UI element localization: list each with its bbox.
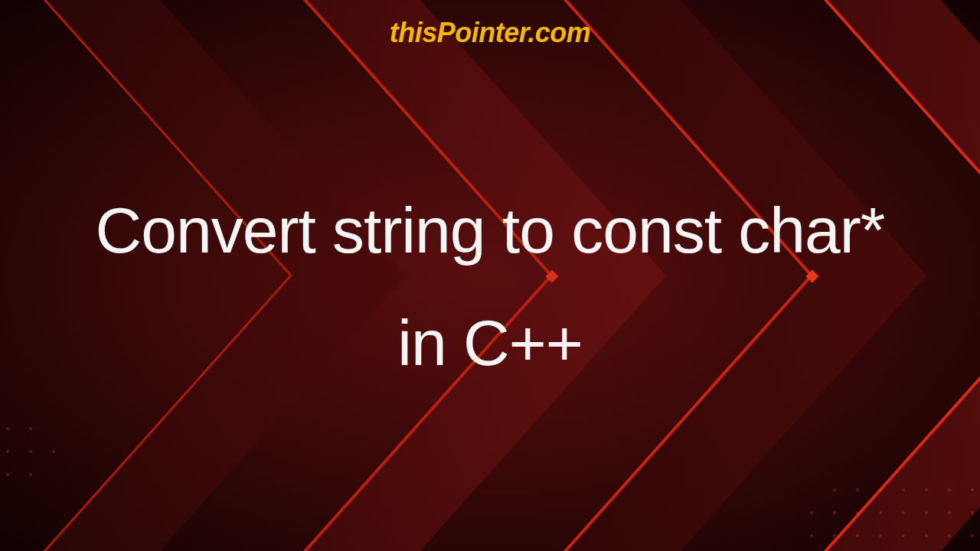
svg-point-20 (925, 488, 928, 491)
site-logo: thisPointer.com (390, 17, 591, 49)
svg-point-43 (52, 450, 55, 453)
svg-point-30 (833, 534, 836, 537)
svg-point-32 (879, 534, 882, 537)
svg-point-18 (879, 488, 882, 491)
svg-point-27 (925, 511, 928, 514)
svg-point-41 (6, 450, 9, 453)
svg-point-29 (971, 511, 974, 514)
svg-point-39 (6, 427, 9, 430)
svg-point-17 (856, 488, 859, 491)
svg-point-38 (810, 534, 813, 537)
svg-point-35 (948, 534, 951, 537)
svg-point-36 (971, 534, 974, 537)
svg-point-26 (902, 511, 905, 514)
svg-point-16 (833, 488, 836, 491)
svg-point-33 (902, 534, 905, 537)
page-title: Convert string to const char* in C++ (69, 174, 911, 399)
svg-point-24 (856, 511, 859, 514)
svg-point-40 (29, 427, 32, 430)
svg-point-28 (948, 511, 951, 514)
svg-point-42 (29, 450, 32, 453)
svg-point-22 (971, 488, 974, 491)
svg-point-31 (856, 534, 859, 537)
svg-point-25 (879, 511, 882, 514)
svg-point-37 (810, 511, 813, 514)
svg-point-19 (902, 488, 905, 491)
svg-point-23 (833, 511, 836, 514)
svg-point-44 (6, 473, 9, 476)
svg-point-21 (948, 488, 951, 491)
svg-point-34 (925, 534, 928, 537)
svg-point-45 (29, 473, 32, 476)
